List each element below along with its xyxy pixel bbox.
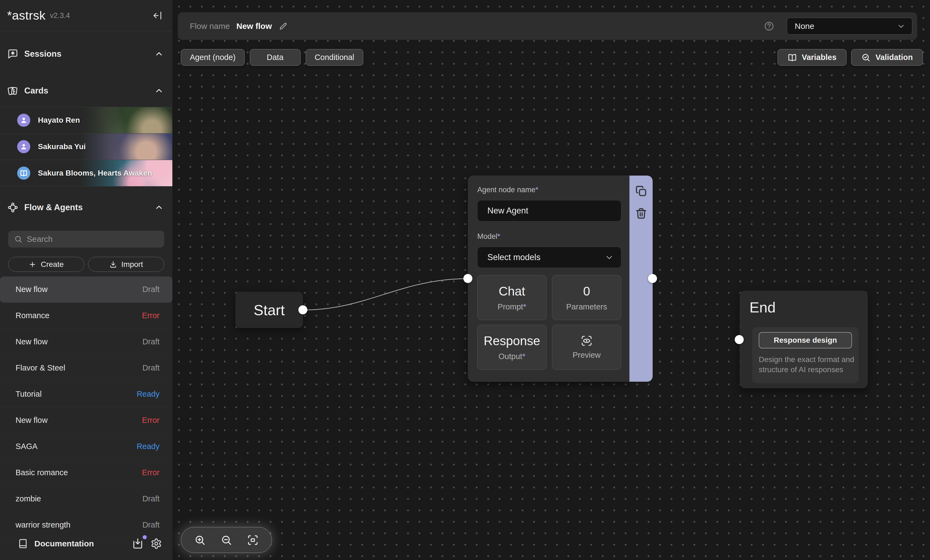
trash-icon [635, 207, 647, 220]
app-logo: *astrsk [7, 8, 46, 23]
card-list-item[interactable]: Hayato Ren [0, 107, 172, 134]
agent-tile-output[interactable]: Response Output* [477, 325, 547, 370]
flow-list-item[interactable]: Flavor & Steel Draft [0, 355, 172, 381]
cards-label: Cards [24, 86, 48, 96]
app-version: v2.3.4 [50, 11, 70, 20]
variables-label: Variables [802, 53, 836, 62]
agent-node-output-handle[interactable] [648, 274, 657, 283]
flow-name: New flow [15, 337, 48, 346]
create-label: Create [41, 260, 63, 269]
chevron-up-icon [154, 203, 164, 212]
flow-status-badge: Error [142, 311, 160, 320]
tile-value: Chat [499, 284, 525, 298]
model-select-value: Select models [487, 252, 605, 262]
settings-button[interactable] [151, 538, 162, 549]
updates-download-button[interactable] [131, 537, 144, 550]
flow-status-badge: Draft [142, 363, 160, 372]
end-node-input-handle[interactable] [735, 335, 744, 344]
zoom-out-button[interactable] [221, 534, 232, 546]
required-mark: * [497, 232, 500, 240]
flow-list-item[interactable]: New flow Draft [0, 277, 172, 303]
collapse-sidebar-icon [152, 10, 163, 21]
tile-label: Output* [499, 352, 525, 361]
help-icon [764, 21, 774, 31]
import-flow-button[interactable]: Import [88, 257, 164, 272]
data-node-label: Data [267, 53, 283, 62]
start-node-output-handle[interactable] [299, 305, 307, 314]
validation-button[interactable]: Validation [851, 49, 923, 66]
session-select-value: None [795, 22, 897, 31]
variables-button[interactable]: Variables [778, 49, 847, 66]
create-flow-button[interactable]: Create [8, 257, 84, 272]
search-input[interactable] [27, 234, 158, 244]
fit-view-button[interactable] [247, 534, 259, 546]
logo-row: *astrsk v2.3.4 [0, 0, 172, 31]
flow-name: Basic romance [15, 468, 68, 477]
start-node[interactable]: Start [236, 292, 303, 328]
agent-name-input[interactable] [477, 200, 621, 222]
sidebar-section-sessions[interactable]: Sessions [0, 45, 172, 63]
agent-tile-prompt[interactable]: Chat Prompt* [477, 275, 547, 320]
workflow-icon [8, 202, 18, 213]
response-design-button[interactable]: Response design [759, 332, 852, 348]
cards-list: Hayato Ren Sakuraba Yui Sakura Blooms, H… [0, 107, 172, 186]
node-palette: Agent (node) Data Conditional [181, 49, 363, 66]
flow-list-item[interactable]: zombie Draft [0, 486, 172, 512]
required-mark: * [535, 186, 538, 194]
agent-tile-parameters[interactable]: 0 Parameters [552, 275, 621, 320]
start-node-title: Start [254, 302, 285, 318]
session-select[interactable]: None [787, 18, 912, 35]
add-agent-node-button[interactable]: Agent (node) [181, 49, 245, 66]
flow-list-item[interactable]: New flow Error [0, 407, 172, 434]
sidebar-section-cards[interactable]: Cards [0, 81, 172, 100]
duplicate-node-button[interactable] [635, 185, 647, 197]
copy-icon [635, 185, 647, 197]
flow-name-label: Flow name [190, 22, 230, 31]
preview-eye-icon [580, 335, 593, 347]
tile-label: Parameters [566, 302, 607, 311]
agent-model-label: Model* [477, 232, 621, 241]
card-name: Sakuraba Yui [38, 142, 86, 151]
delete-node-button[interactable] [635, 207, 647, 220]
agent-tile-preview[interactable]: Preview [552, 325, 621, 370]
flow-list-item[interactable]: New flow Draft [0, 329, 172, 355]
flow-status-badge: Draft [142, 337, 160, 346]
edit-flow-name-button[interactable] [279, 22, 287, 30]
edge-start-to-agent [303, 278, 468, 310]
zoom-in-button[interactable] [194, 534, 206, 546]
conditional-node-label: Conditional [315, 53, 354, 62]
validation-label: Validation [875, 53, 913, 62]
collapse-sidebar-button[interactable] [152, 10, 163, 21]
agent-node-input-handle[interactable] [463, 274, 473, 283]
app-root: *astrsk v2.3.4 Sessions Cards Hayato Ren [0, 0, 930, 560]
sessions-icon [8, 49, 18, 60]
flow-list-item[interactable]: Tutorial Ready [0, 381, 172, 407]
agent-node-label: Agent (node) [190, 53, 236, 62]
flow-list-item[interactable]: Basic romance Error [0, 460, 172, 486]
chevron-down-icon [897, 22, 905, 31]
flow-list-item[interactable]: SAGA Ready [0, 434, 172, 460]
sessions-label: Sessions [24, 49, 62, 59]
agent-node[interactable]: Agent node name* Model* Select models Ch… [468, 175, 653, 382]
pencil-icon [279, 22, 287, 30]
sidebar-section-flow-agents[interactable]: Flow & Agents [0, 198, 172, 217]
flow-list-item[interactable]: Romance Error [0, 303, 172, 329]
end-node[interactable]: End Response design Design the exact for… [740, 291, 868, 388]
add-conditional-node-button[interactable]: Conditional [306, 49, 363, 66]
flow-list: New flow Draft Romance Error New flow Dr… [0, 277, 172, 538]
search-icon [14, 235, 22, 243]
chevron-down-icon [605, 253, 614, 262]
flow-status-badge: Ready [137, 389, 160, 398]
documentation-label[interactable]: Documentation [34, 539, 94, 548]
flow-canvas[interactable]: Flow name New flow None Agent (node) Dat… [172, 0, 930, 560]
flow-status-badge: Draft [142, 285, 160, 294]
end-node-title: End [750, 299, 776, 315]
model-select[interactable]: Select models [477, 247, 621, 268]
person-icon [20, 143, 28, 151]
card-list-item[interactable]: Sakura Blooms, Hearts Awaken [0, 160, 172, 186]
card-list-item[interactable]: Sakuraba Yui [0, 134, 172, 160]
end-node-panel: Response design Design the exact format … [752, 327, 859, 383]
add-data-node-button[interactable]: Data [250, 49, 300, 66]
help-button[interactable] [764, 21, 774, 31]
chevron-up-icon [154, 49, 164, 58]
